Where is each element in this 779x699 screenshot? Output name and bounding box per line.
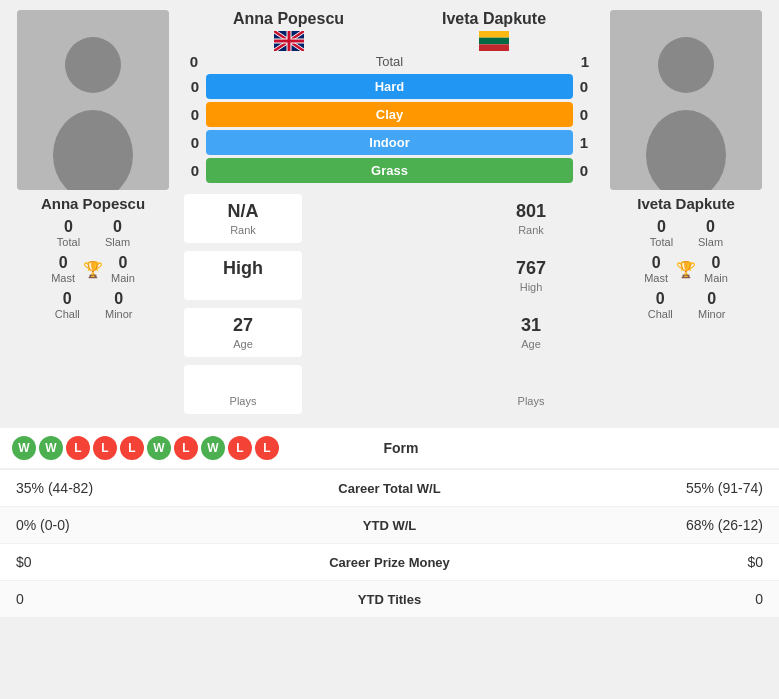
gb-flag-icon [274,31,304,51]
left-trophy-icon: 🏆 [83,260,103,279]
right-rank-box: 801 Rank [467,194,595,243]
clay-surface-row: 0 Clay 0 [184,102,595,127]
clay-badge: Clay [206,102,573,127]
form-badge-w: W [12,436,36,460]
right-total-stat: 0 Total [649,218,674,248]
left-player-stats: 0 Total 0 Slam [56,218,130,248]
lt-flag-icon [479,31,509,51]
hard-badge: Hard [206,74,573,99]
right-player-column: Iveta Dapkute 0 Total 0 Slam 0 Mast 🏆 [601,10,771,418]
svg-point-16 [658,37,714,93]
form-label: Form [279,440,523,456]
left-age-box: 27 Age [184,308,302,357]
form-badge-l: L [228,436,252,460]
right-minor-stat: 0 Minor [698,290,726,320]
left-high-box: High [184,251,302,300]
right-high-box: 767 High [467,251,595,300]
stats-row-0: 35% (44-82)Career Total W/L55% (91-74) [0,470,779,507]
right-chall-minor: 0 Chall 0 Minor [646,290,725,320]
svg-rect-12 [479,31,509,38]
left-player-name: Anna Popescu [41,195,145,212]
left-name-middle: Anna Popescu [233,10,344,51]
right-chall-stat: 0 Chall [646,290,674,320]
stats-left-0: 35% (44-82) [16,480,229,496]
form-badge-w: W [201,436,225,460]
svg-rect-14 [479,44,509,51]
stats-label-2: Career Prize Money [229,555,549,570]
left-chall-minor: 0 Chall 0 Minor [53,290,132,320]
middle-names-row: Anna Popescu [184,10,595,51]
right-flag [442,31,546,51]
hard-surface-row: 0 Hard 0 [184,74,595,99]
grass-badge: Grass [206,158,573,183]
left-slam-stat: 0 Slam [105,218,130,248]
right-main-stat: 0 Main [704,254,728,284]
grass-surface-row: 0 Grass 0 [184,158,595,183]
stats-right-2: $0 [550,554,763,570]
left-info-boxes: N/A Rank High 27 Age Plays [184,194,386,418]
left-player-avatar [17,10,169,190]
right-age-box: 31 Age [467,308,595,357]
right-name-middle: Iveta Dapkute [442,10,546,51]
right-player-avatar [610,10,762,190]
left-rank-box: N/A Rank [184,194,302,243]
stats-row-2: $0Career Prize Money$0 [0,544,779,581]
form-badge-l: L [174,436,198,460]
right-player-name: Iveta Dapkute [637,195,735,212]
svg-rect-13 [479,38,509,45]
stats-left-3: 0 [16,591,229,607]
player-comparison: Anna Popescu 0 Total 0 Slam 0 Mast 🏆 [0,0,779,428]
right-slam-stat: 0 Slam [698,218,723,248]
stats-label-1: YTD W/L [229,518,549,533]
form-badge-l: L [66,436,90,460]
left-main-stat: 0 Main [111,254,135,284]
form-badge-l: L [93,436,117,460]
stats-label-0: Career Total W/L [229,481,549,496]
left-mast-main: 0 Mast 🏆 0 Main [51,254,135,284]
stats-right-3: 0 [550,591,763,607]
left-minor-stat: 0 Minor [105,290,133,320]
stats-row-1: 0% (0-0)YTD W/L68% (26-12) [0,507,779,544]
form-badge-w: W [39,436,63,460]
middle-column: Anna Popescu [184,10,595,418]
form-section: WWLLLWLWLL Form [0,428,779,468]
right-plays-box: Plays [467,365,595,414]
stats-table: 35% (44-82)Career Total W/L55% (91-74)0%… [0,470,779,618]
left-plays-box: Plays [184,365,302,414]
indoor-surface-row: 0 Indoor 1 [184,130,595,155]
left-player-column: Anna Popescu 0 Total 0 Slam 0 Mast 🏆 [8,10,178,418]
svg-point-1 [65,37,121,93]
indoor-badge: Indoor [206,130,573,155]
form-badge-l: L [255,436,279,460]
total-score-row: 0 Total 1 [184,53,595,70]
right-info-boxes: 801 Rank 767 High 31 Age Plays [394,194,596,418]
right-trophy-icon: 🏆 [676,260,696,279]
stats-row-3: 0YTD Titles0 [0,581,779,618]
form-badges-left: WWLLLWLWLL [12,436,279,460]
form-badge-w: W [147,436,171,460]
right-mast-stat: 0 Mast [644,254,668,284]
stats-label-3: YTD Titles [229,592,549,607]
right-player-stats: 0 Total 0 Slam [649,218,723,248]
main-container: Anna Popescu 0 Total 0 Slam 0 Mast 🏆 [0,0,779,618]
stats-left-2: $0 [16,554,229,570]
left-flag [233,31,344,51]
left-mast-stat: 0 Mast [51,254,75,284]
form-badge-l: L [120,436,144,460]
left-total-stat: 0 Total [56,218,81,248]
info-boxes-row: N/A Rank High 27 Age Plays [184,194,595,418]
stats-left-1: 0% (0-0) [16,517,229,533]
right-mast-main: 0 Mast 🏆 0 Main [644,254,728,284]
left-chall-stat: 0 Chall [53,290,81,320]
stats-right-1: 68% (26-12) [550,517,763,533]
stats-right-0: 55% (91-74) [550,480,763,496]
